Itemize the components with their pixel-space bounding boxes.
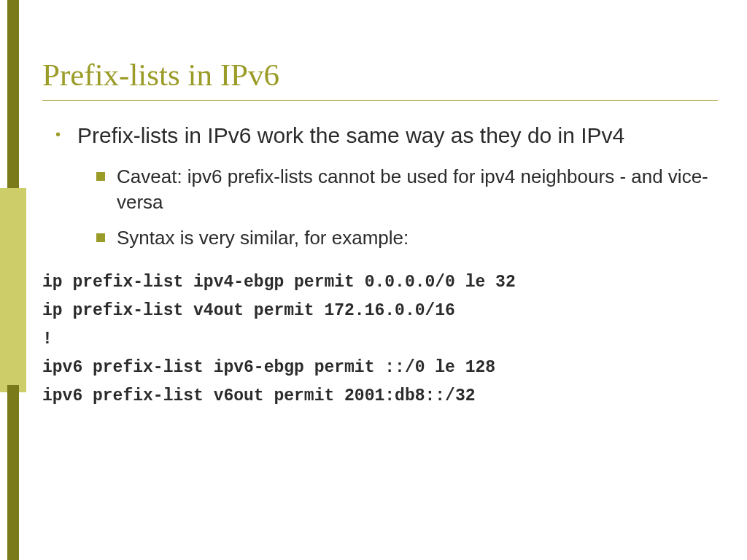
square-bullet-icon xyxy=(96,233,105,242)
code-line: ! xyxy=(42,325,718,354)
bullet-item: • Prefix-lists in IPv6 work the same way… xyxy=(42,121,718,151)
bullet-text: Prefix-lists in IPv6 work the same way a… xyxy=(77,121,624,151)
accent-bar-top xyxy=(7,0,19,190)
slide-title: Prefix-lists in IPv6 xyxy=(42,57,718,100)
square-bullet-icon xyxy=(96,172,105,181)
slide-content: Prefix-lists in IPv6 • Prefix-lists in I… xyxy=(42,57,718,411)
code-line: ipv6 prefix-list v6out permit 2001:db8::… xyxy=(42,382,718,411)
sub-bullet-text: Caveat: ipv6 prefix-lists cannot be used… xyxy=(117,164,718,215)
code-line: ip prefix-list ipv4-ebgp permit 0.0.0.0/… xyxy=(42,268,718,297)
title-underline xyxy=(42,100,718,101)
code-line: ipv6 prefix-list ipv6-ebgp permit ::/0 l… xyxy=(42,354,718,382)
sub-bullet-item: Syntax is very similar, for example: xyxy=(42,225,718,251)
sub-bullet-item: Caveat: ipv6 prefix-lists cannot be used… xyxy=(42,164,718,215)
sub-bullet-text: Syntax is very similar, for example: xyxy=(117,225,409,251)
code-line: ip prefix-list v4out permit 172.16.0.0/1… xyxy=(42,297,718,325)
accent-bar-bottom xyxy=(7,385,19,560)
slide-body: • Prefix-lists in IPv6 work the same way… xyxy=(42,121,718,411)
code-block: ip prefix-list ipv4-ebgp permit 0.0.0.0/… xyxy=(42,268,718,411)
bullet-dot-icon: • xyxy=(55,121,63,147)
accent-bar-middle xyxy=(0,188,26,392)
accent-sidebar xyxy=(0,0,26,560)
